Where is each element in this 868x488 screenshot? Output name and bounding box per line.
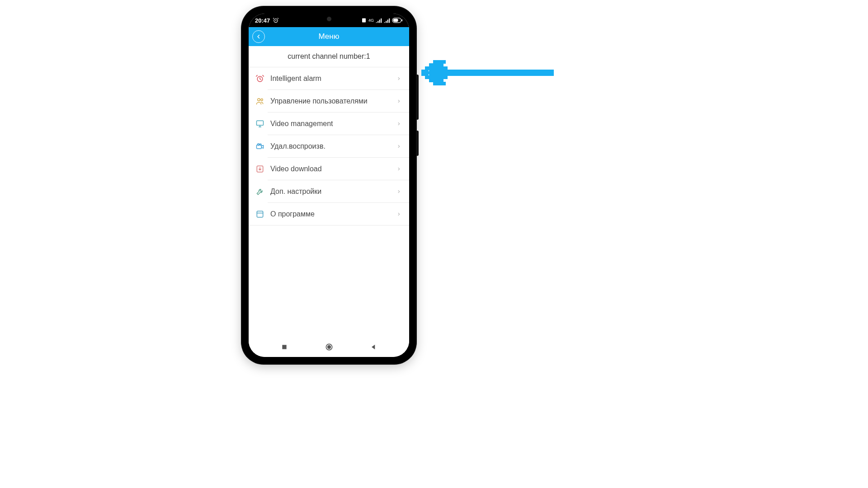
chevron-right-icon [396,75,401,82]
svg-rect-24 [433,82,446,85]
svg-rect-14 [282,345,286,349]
phone-mockup: 20:47 4G [242,7,416,364]
channel-info-strip: current channel number:1 [249,46,409,67]
menu-item-user-management[interactable]: Управление пользователями [249,90,409,113]
svg-rect-17 [445,70,554,76]
camera-notch [302,14,356,23]
chevron-right-icon [396,188,401,195]
power-button [416,131,419,156]
network-type-label: 4G [368,18,374,23]
svg-point-11 [260,144,261,145]
alarm-clock-icon [255,74,265,84]
menu-item-intelligent-alarm[interactable]: Intelligent alarm [249,67,409,90]
page-title: Меню [319,32,340,41]
monitor-icon [255,119,265,129]
svg-point-16 [327,346,330,349]
chevron-right-icon [396,143,401,150]
svg-point-6 [258,99,260,101]
volume-rocker [416,75,419,120]
menu-item-about[interactable]: О программе [249,203,409,225]
svg-rect-26 [429,79,437,82]
svg-rect-19 [437,63,443,82]
svg-rect-3 [393,19,398,22]
android-nav-bar [249,337,409,357]
svg-rect-25 [429,63,437,67]
wrench-icon [255,187,265,197]
menu-item-label: Удал.воспроизв. [270,142,396,150]
video-camera-icon [255,141,265,151]
menu-item-label: Video management [270,120,396,128]
back-button[interactable] [252,30,265,43]
svg-rect-18 [441,66,448,79]
svg-rect-1 [362,19,366,23]
battery-icon [392,18,403,23]
download-icon [255,164,265,174]
signal-icon-2 [384,18,390,23]
menu-item-video-download[interactable]: Video download [249,158,409,180]
chevron-right-icon [396,166,401,172]
svg-rect-29 [421,70,429,76]
signal-icon-1 [376,18,382,23]
svg-rect-21 [429,70,435,76]
menu-item-video-management[interactable]: Video management [249,113,409,135]
svg-rect-20 [433,66,439,79]
svg-rect-8 [257,121,264,125]
svg-rect-4 [401,19,402,21]
channel-info-text: current channel number:1 [288,52,370,61]
users-icon [255,96,265,106]
svg-point-7 [261,99,263,101]
chevron-right-icon [396,121,401,127]
svg-rect-27 [425,66,433,70]
menu-item-label: Intelligent alarm [270,75,396,83]
menu-item-label: Доп. настройки [270,188,396,196]
menu-list: Intelligent alarm Управление пользовател… [249,67,409,225]
nav-back-button[interactable] [364,338,382,356]
app-header: Меню [249,27,409,46]
window-icon [255,209,265,219]
menu-item-label: Video download [270,165,396,173]
menu-item-label: О программе [270,210,396,218]
nav-home-button[interactable] [320,338,338,356]
svg-rect-13 [257,211,263,217]
svg-rect-28 [425,75,433,79]
svg-rect-23 [433,60,446,64]
svg-rect-22 [425,71,431,74]
menu-item-label: Управление пользователями [270,97,396,105]
chevron-right-icon [396,98,401,104]
screen: 20:47 4G [249,14,409,357]
menu-item-advanced-settings[interactable]: Доп. настройки [249,180,409,203]
nav-recents-button[interactable] [275,338,293,356]
chevron-right-icon [396,211,401,217]
sim-card-icon [361,18,367,23]
menu-item-remote-playback[interactable]: Удал.воспроизв. [249,135,409,158]
status-time: 20:47 [255,17,270,24]
annotation-arrow [420,59,556,86]
alarm-set-icon [273,17,279,23]
svg-point-10 [258,144,259,145]
